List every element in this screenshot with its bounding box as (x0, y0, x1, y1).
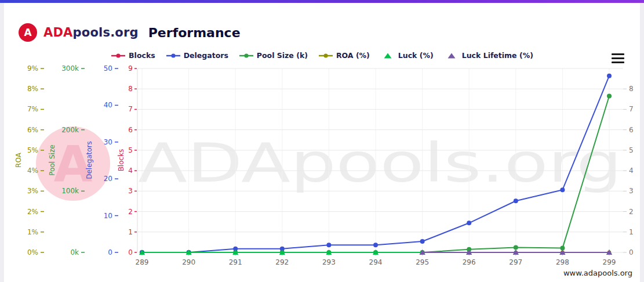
luck-lifetime-legend-marker-icon (444, 52, 459, 59)
axis-x-tick-label: 299 (603, 258, 616, 266)
axis-blocks-tick-label: 6 (128, 126, 133, 134)
axis-x-tick-label: 298 (556, 258, 569, 266)
watermark-text: ADApools.org (138, 132, 622, 194)
legend-item-blocks[interactable]: Blocks (111, 51, 155, 60)
ada-logo-letter: A (24, 27, 32, 38)
footer-url[interactable]: www.adapools.org (563, 269, 632, 277)
axis-pool-tick-label: 300k (61, 64, 79, 73)
performance-chart[interactable]: AADApools.org0%1%2%3%4%5%6%7%8%9%ROA0k10… (0, 58, 644, 282)
point-delegators-298[interactable] (560, 187, 565, 192)
blocks-legend-marker-icon (111, 52, 126, 59)
axis-x-tick-label: 297 (509, 258, 522, 266)
point-delegators-294[interactable] (373, 243, 378, 247)
point-pool-size-k-299[interactable] (607, 94, 612, 99)
roa-legend-marker-icon (318, 52, 333, 59)
adapools-logo[interactable]: A (17, 22, 38, 43)
axis-x-tick-label: 293 (322, 258, 336, 266)
axis-right-tick-label: 5 (629, 146, 634, 154)
legend-label: Luck Lifetime (%) (462, 51, 533, 60)
legend-item-luck[interactable]: Luck (%) (380, 51, 434, 60)
axis-right-tick-label: 6 (629, 126, 634, 134)
axis-blocks-tick-label: 2 (128, 208, 133, 216)
point-delegators-297[interactable] (514, 198, 518, 203)
axis-blocks-tick-label: 1 (128, 228, 133, 236)
legend-item-delegators[interactable]: Delegators (166, 51, 228, 60)
legend-label: ROA (%) (336, 51, 370, 60)
legend-label: Blocks (129, 51, 155, 60)
axis-roa-tick-label: 5% (27, 146, 38, 154)
hamburger-menu-button[interactable] (610, 52, 625, 64)
axis-x-tick-label: 292 (275, 258, 289, 266)
axis-blocks-tick-label: 9 (128, 64, 133, 73)
axis-blocks-tick-label: 5 (128, 146, 133, 154)
axis-blocks-tick-label: 7 (128, 105, 133, 113)
axis-right-tick-label: 4 (629, 167, 634, 175)
axis-title-delegators: Delegators (85, 141, 93, 179)
brand-ada: ADA (43, 26, 73, 39)
axis-x-tick-label: 291 (229, 258, 242, 266)
point-delegators-296[interactable] (467, 220, 471, 225)
axis-roa-tick-label: 9% (27, 64, 38, 73)
legend-label: Luck (%) (398, 51, 434, 60)
legend-item-luck-lifetime[interactable]: Luck Lifetime (%) (444, 51, 533, 60)
legend-label: Pool Size (k) (257, 51, 308, 60)
point-delegators-295[interactable] (420, 239, 425, 244)
axis-blocks-tick-label: 0 (128, 248, 133, 256)
delegators-legend-marker-icon (166, 52, 181, 59)
axis-delegators-tick-label: 30 (104, 138, 112, 146)
axis-x-tick-label: 294 (369, 258, 383, 266)
top-gradient-bar (0, 0, 644, 3)
legend-item-pool-size-k[interactable]: Pool Size (k) (239, 51, 308, 60)
header: A ADApools.org Performance (17, 22, 241, 43)
axis-right-tick-label: 7 (629, 105, 634, 113)
axis-right-tick-label: 0 (629, 248, 634, 256)
pool-size-k-legend-marker-icon (239, 52, 254, 59)
point-delegators-299[interactable] (607, 74, 612, 78)
axis-roa-tick-label: 1% (27, 228, 38, 236)
axis-delegators-tick-label: 10 (104, 212, 112, 220)
axis-blocks: 0123456789Blocks (117, 64, 137, 256)
axis-x-tick-label: 290 (182, 258, 195, 266)
axis-right-tick-label: 2 (629, 208, 634, 216)
point-pool-size-k-297[interactable] (514, 245, 518, 250)
axis-x-tick-label: 295 (416, 258, 429, 266)
axis-delegators-tick-label: 0 (108, 248, 112, 256)
axis-delegators-tick-label: 50 (104, 64, 112, 73)
axis-title-blocks: Blocks (117, 149, 125, 172)
axis-title-pool: Pool Size (48, 144, 56, 175)
axis-x-tick-label: 289 (136, 258, 149, 266)
axis-pool-tick-label: 200k (61, 126, 79, 134)
axis-blocks-tick-label: 4 (128, 167, 133, 175)
axis-right: 012345678 (623, 85, 634, 256)
axis-x-tick-label: 296 (463, 258, 476, 266)
axis-right-tick-label: 3 (629, 187, 634, 195)
axis-pool-tick-label: 0k (70, 248, 79, 256)
axis-title-roa: ROA (14, 152, 23, 168)
legend-item-roa[interactable]: ROA (%) (318, 51, 370, 60)
axis-roa-tick-label: 7% (27, 105, 38, 113)
axis-blocks-tick-label: 3 (128, 187, 133, 195)
axis-blocks-tick-label: 8 (128, 85, 133, 93)
axis-pool-tick-label: 100k (61, 187, 79, 195)
axis-delegators-tick-label: 20 (104, 175, 112, 183)
axis-right-tick-label: 1 (629, 228, 634, 236)
axis-right-tick-label: 8 (629, 85, 634, 93)
axis-roa-tick-label: 0% (27, 248, 38, 256)
axis-roa-tick-label: 2% (27, 208, 38, 216)
point-delegators-293[interactable] (326, 243, 331, 247)
axis-roa-tick-label: 3% (27, 187, 38, 195)
chart-legend: BlocksDelegatorsPool Size (k)ROA (%)Luck… (0, 51, 644, 60)
luck-legend-marker-icon (380, 52, 395, 59)
axis-delegators-tick-label: 40 (104, 101, 112, 109)
hamburger-bar (612, 62, 624, 63)
brand-text[interactable]: ADApools.org (43, 26, 139, 39)
ada-logo-icon: A (17, 22, 38, 43)
legend-label: Delegators (184, 51, 228, 60)
axis-roa-tick-label: 4% (27, 167, 38, 175)
hamburger-bar (612, 57, 624, 59)
axis-roa-tick-label: 8% (27, 85, 38, 93)
axis-roa-tick-label: 6% (27, 126, 38, 134)
page-title: Performance (148, 26, 241, 40)
hamburger-bar (612, 53, 624, 55)
brand-suffix: pools.org (73, 26, 139, 39)
